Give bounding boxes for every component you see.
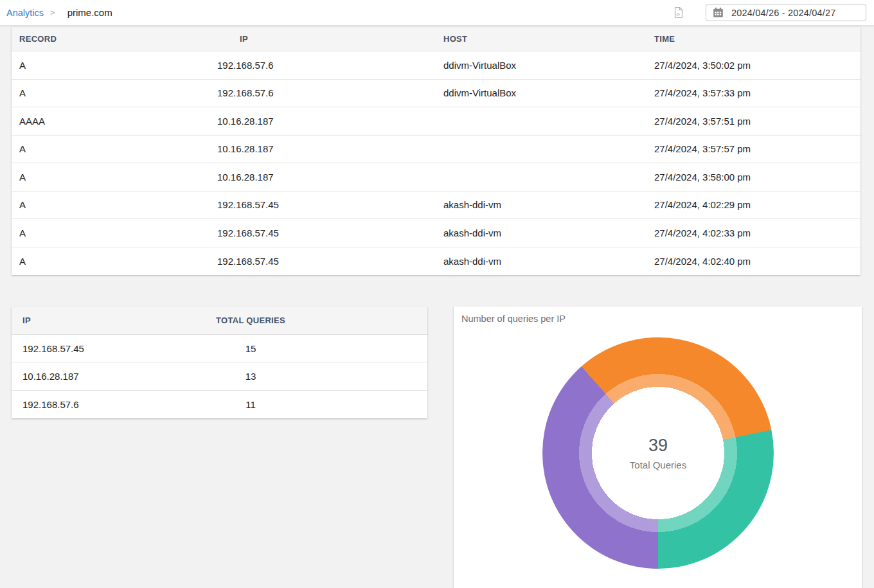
record-host: akash-ddi-vm xyxy=(423,219,635,247)
query-ip: 192.168.57.6 xyxy=(12,391,204,418)
record-ip: 192.168.57.45 xyxy=(211,192,423,219)
column-header-time: TIME xyxy=(635,27,861,51)
record-row: A 192.168.57.45 akash-ddi-vm 27/4/2024, … xyxy=(12,192,861,220)
record-host: ddivm-VirtualBox xyxy=(423,80,635,107)
topbar-actions: 2024/04/26 - 2024/04/27 xyxy=(673,4,866,21)
records-table-header: RECORD IP HOST TIME xyxy=(12,27,861,51)
record-time: 27/4/2024, 3:57:51 pm xyxy=(635,107,861,135)
record-row: A 192.168.57.45 akash-ddi-vm 27/4/2024, … xyxy=(12,247,861,276)
record-type: A xyxy=(12,80,211,107)
date-range-picker[interactable]: 2024/04/26 - 2024/04/27 xyxy=(706,4,866,21)
topbar: Analytics > prime.com 2024/04/26 - xyxy=(0,0,874,26)
record-row: A 192.168.57.6 ddivm-VirtualBox 27/4/202… xyxy=(12,51,861,80)
record-host xyxy=(423,107,635,135)
dns-records-table: RECORD IP HOST TIME A 192.168.57.6 ddivm… xyxy=(12,27,861,275)
breadcrumb: Analytics > prime.com xyxy=(6,7,112,18)
record-time: 27/4/2024, 4:02:33 pm xyxy=(635,219,861,247)
record-ip: 192.168.57.6 xyxy=(211,80,423,107)
column-header-host: HOST xyxy=(423,27,635,51)
query-count-row: 192.168.57.6 11 xyxy=(12,391,427,418)
query-total: 13 xyxy=(204,362,297,389)
record-row: A 192.168.57.6 ddivm-VirtualBox 27/4/202… xyxy=(12,80,861,108)
record-row: A 10.16.28.187 27/4/2024, 3:58:00 pm xyxy=(12,163,861,192)
chart-title: Number of queries per IP xyxy=(461,314,566,324)
date-range-value: 2024/04/26 - 2024/04/27 xyxy=(731,8,836,18)
record-time: 27/4/2024, 3:57:57 pm xyxy=(635,136,861,163)
record-type: A xyxy=(12,192,211,219)
record-host: ddivm-VirtualBox xyxy=(423,51,635,79)
record-ip: 10.16.28.187 xyxy=(211,107,423,135)
query-ip: 192.168.57.45 xyxy=(12,335,204,362)
record-time: 27/4/2024, 3:57:33 pm xyxy=(635,80,861,107)
breadcrumb-analytics-link[interactable]: Analytics xyxy=(6,8,44,18)
query-count-row: 10.16.28.187 13 xyxy=(12,362,427,390)
donut-chart[interactable] xyxy=(542,337,774,569)
record-type: A xyxy=(12,163,211,191)
record-row: AAAA 10.16.28.187 27/4/2024, 3:57:51 pm xyxy=(12,107,861,136)
queries-per-ip-table: IP TOTAL QUERIES 192.168.57.45 15 10.16.… xyxy=(12,307,427,418)
calendar-icon xyxy=(713,7,724,18)
query-ip: 10.16.28.187 xyxy=(12,362,204,389)
breadcrumb-separator: > xyxy=(50,8,55,17)
record-type: A xyxy=(12,51,211,79)
query-total: 15 xyxy=(204,335,297,362)
record-type: A xyxy=(12,136,211,163)
record-host xyxy=(423,163,635,191)
record-type: AAAA xyxy=(12,107,211,135)
record-time: 27/4/2024, 4:02:29 pm xyxy=(635,192,861,219)
record-ip: 192.168.57.45 xyxy=(211,247,423,276)
record-host: akash-ddi-vm xyxy=(423,192,635,219)
queries-per-ip-chart-card: Number of queries per IP 39 Total Querie… xyxy=(454,307,862,588)
column-header-record: RECORD xyxy=(12,27,211,51)
record-row: A 192.168.57.45 akash-ddi-vm 27/4/2024, … xyxy=(12,219,861,247)
record-ip: 192.168.57.6 xyxy=(211,51,423,79)
column-header-ip: IP xyxy=(12,307,204,334)
record-time: 27/4/2024, 4:02:40 pm xyxy=(635,247,861,276)
record-ip: 192.168.57.45 xyxy=(211,219,423,247)
record-host: akash-ddi-vm xyxy=(423,247,635,276)
column-header-total-queries: TOTAL QUERIES xyxy=(204,307,297,334)
query-count-row: 192.168.57.45 15 xyxy=(12,335,427,362)
record-type: A xyxy=(12,247,211,276)
record-host xyxy=(423,136,635,163)
column-header-ip: IP xyxy=(211,27,423,51)
record-ip: 10.16.28.187 xyxy=(211,163,423,191)
record-ip: 10.16.28.187 xyxy=(211,136,423,163)
record-type: A xyxy=(12,219,211,247)
record-row: A 10.16.28.187 27/4/2024, 3:57:57 pm xyxy=(12,136,861,164)
query-total: 11 xyxy=(204,391,297,418)
export-pdf-icon[interactable] xyxy=(673,6,684,19)
queries-table-header: IP TOTAL QUERIES xyxy=(12,307,427,335)
record-time: 27/4/2024, 3:50:02 pm xyxy=(635,51,861,79)
breadcrumb-current-domain: prime.com xyxy=(67,7,112,18)
record-time: 27/4/2024, 3:58:00 pm xyxy=(635,163,861,191)
